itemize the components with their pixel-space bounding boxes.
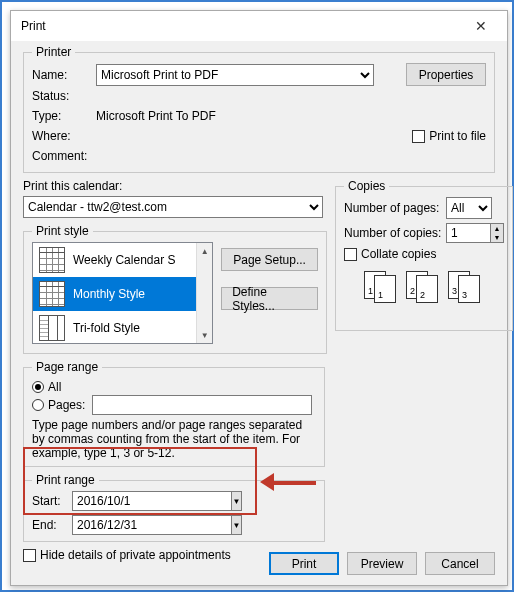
printer-legend: Printer [32,45,75,59]
type-value: Microsoft Print To PDF [96,108,216,124]
page-range-help: Type page numbers and/or page ranges sep… [32,418,316,460]
trifold-icon [39,315,65,341]
footer-buttons: Print Preview Cancel [269,552,495,575]
titlebar: Print ✕ [11,11,507,41]
start-date-input[interactable] [72,491,231,511]
style-scrollbar[interactable]: ▲ ▼ [196,243,212,343]
printer-group: Printer Name: Microsoft Print to PDF Pro… [23,45,495,173]
num-pages-label: Number of pages: [344,201,446,215]
num-copies-spinner[interactable]: ▲ ▼ [446,223,504,243]
calendar-grid-icon [39,281,65,307]
end-date-field[interactable]: ▼ [72,515,242,535]
print-button[interactable]: Print [269,552,339,575]
page-range-legend: Page range [32,360,102,374]
radio-pages[interactable]: Pages: [32,396,316,414]
comment-label: Comment: [32,148,96,164]
checkbox-icon [23,549,36,562]
status-label: Status: [32,88,96,104]
page-setup-button[interactable]: Page Setup... [221,248,318,271]
print-dialog: Print ✕ Printer Name: Microsoft Print to… [10,10,508,586]
pages-input[interactable] [92,395,312,415]
scroll-down-icon[interactable]: ▼ [197,327,212,343]
cancel-button[interactable]: Cancel [425,552,495,575]
style-item-trifold[interactable]: Tri-fold Style [33,311,212,344]
print-style-legend: Print style [32,224,93,238]
style-item-weekly[interactable]: Weekly Calendar S [33,243,212,277]
window-title: Print [21,19,46,33]
collate-preview: 1 1 2 2 3 3 [344,271,504,303]
print-to-file-checkbox[interactable]: Print to file [412,128,486,144]
radio-icon [32,381,44,393]
spin-down-icon[interactable]: ▼ [491,233,503,242]
close-icon: ✕ [475,18,487,34]
print-range-group: Print range Start: ▼ End: [23,473,325,542]
spin-up-icon[interactable]: ▲ [491,224,503,233]
define-styles-button[interactable]: Define Styles... [221,287,318,310]
checkbox-icon [344,248,357,261]
end-date-input[interactable] [72,515,231,535]
copies-group: Copies Number of pages: All Number of co… [335,179,513,331]
where-label: Where: [32,128,96,144]
calendar-grid-icon [39,247,65,273]
properties-button[interactable]: Properties [406,63,486,86]
chevron-down-icon[interactable]: ▼ [231,515,242,535]
close-button[interactable]: ✕ [459,12,503,40]
preview-button[interactable]: Preview [347,552,417,575]
checkbox-icon [412,130,425,143]
print-range-legend: Print range [32,473,99,487]
name-label: Name: [32,68,96,82]
num-pages-select[interactable]: All [446,197,492,219]
radio-icon [32,399,44,411]
radio-all[interactable]: All [32,378,316,396]
scroll-up-icon[interactable]: ▲ [197,243,212,259]
type-label: Type: [32,108,96,124]
copies-legend: Copies [344,179,389,193]
print-calendar-label: Print this calendar: [23,179,325,193]
style-item-monthly[interactable]: Monthly Style [33,277,212,311]
collate-checkbox[interactable]: Collate copies [344,247,504,261]
printer-name-select[interactable]: Microsoft Print to PDF [96,64,374,86]
print-style-group: Print style Weekly Calendar S Monthly St… [23,224,327,354]
chevron-down-icon[interactable]: ▼ [231,491,242,511]
page-range-group: Page range All Pages: Type page numbers … [23,360,325,467]
num-copies-label: Number of copies: [344,226,446,240]
end-label: End: [32,518,72,532]
start-label: Start: [32,494,72,508]
style-list[interactable]: Weekly Calendar S Monthly Style Tri-fold… [32,242,213,344]
num-copies-input[interactable] [446,223,490,243]
start-date-field[interactable]: ▼ [72,491,242,511]
calendar-select[interactable]: Calendar - ttw2@test.com [23,196,323,218]
